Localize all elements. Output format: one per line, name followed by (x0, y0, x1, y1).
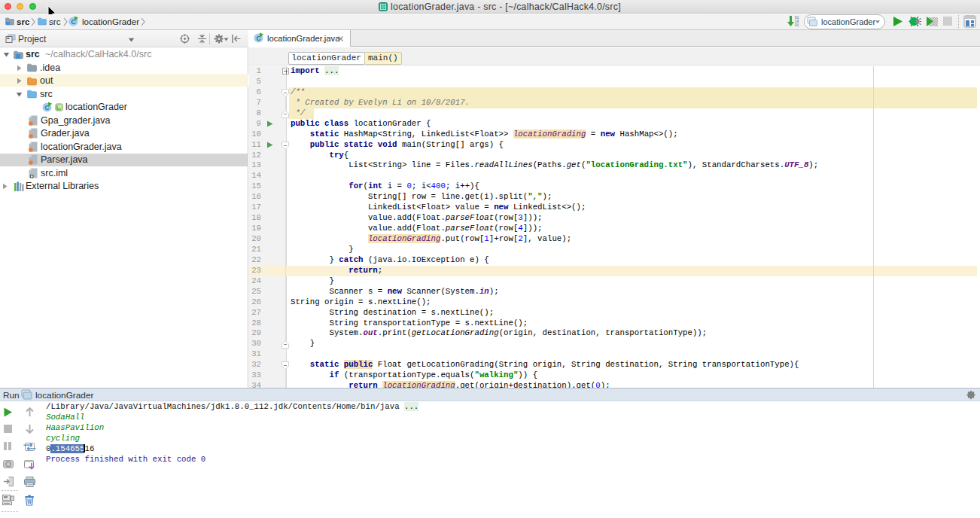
svg-text:01: 01 (795, 23, 799, 27)
